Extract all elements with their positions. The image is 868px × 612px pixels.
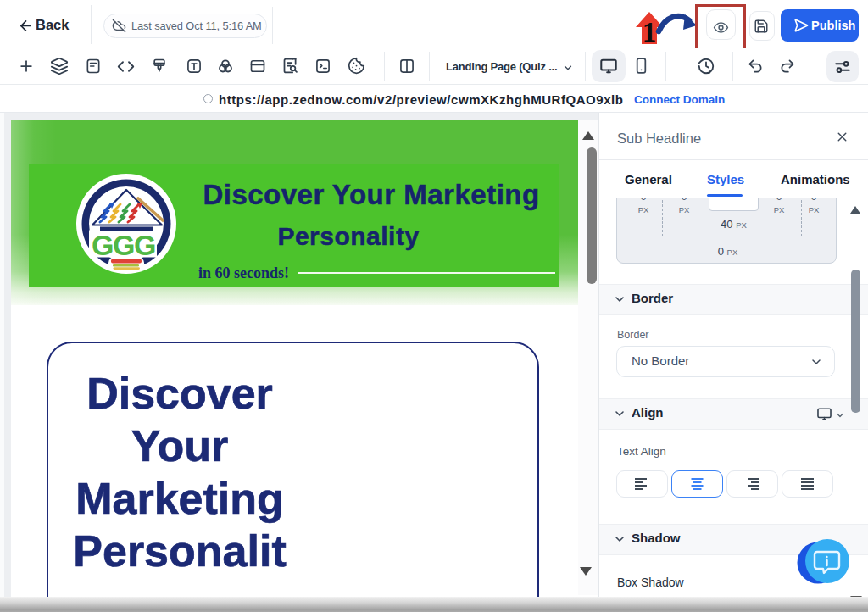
svg-text:GGG: GGG	[92, 229, 155, 261]
svg-text:1: 1	[643, 17, 657, 47]
